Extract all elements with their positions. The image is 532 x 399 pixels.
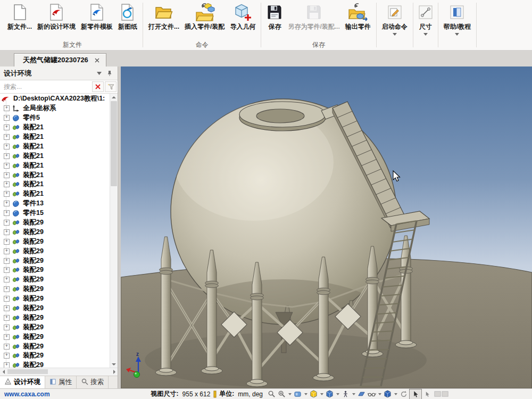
expand-icon[interactable]: + (4, 172, 10, 178)
expand-icon[interactable]: + (4, 124, 10, 130)
insert-part-assembly-button[interactable]: 插入零件/装配 (182, 2, 227, 31)
search-input[interactable] (0, 83, 92, 90)
inactive-tools-icon[interactable] (433, 390, 450, 398)
expand-icon[interactable]: + (4, 325, 10, 330)
tree-item[interactable]: +零件15 (0, 209, 110, 218)
tree-item[interactable]: +装配21 (0, 123, 110, 132)
panel-tab-属性[interactable]: 属性 (45, 376, 77, 388)
expand-icon[interactable]: + (4, 362, 10, 368)
tree-item[interactable]: +装配29 (0, 351, 110, 361)
expand-icon[interactable]: + (4, 220, 10, 226)
expand-icon[interactable]: + (4, 248, 10, 254)
walk-dropdown-icon[interactable] (351, 390, 356, 398)
tree-item[interactable]: +装配29 (0, 294, 110, 304)
select-cursor-icon[interactable] (409, 389, 422, 399)
expand-icon[interactable]: + (4, 163, 10, 169)
new-design-env-button[interactable]: 新的设计环境 (35, 2, 78, 31)
expand-icon[interactable]: + (4, 296, 10, 302)
tree-item[interactable]: +装配29 (0, 237, 110, 246)
expand-icon[interactable]: + (4, 105, 10, 111)
tree-root-item[interactable]: D:\Desktop\CAXA2023教程\1: (0, 94, 110, 104)
zoom-window-icon[interactable] (277, 390, 286, 398)
tree-item[interactable]: +装配21 (0, 161, 110, 170)
expand-icon[interactable]: + (4, 210, 10, 216)
tree-item[interactable]: +装配29 (0, 285, 110, 294)
tree-item[interactable]: +装配21 (0, 170, 110, 180)
section-plane-icon[interactable] (357, 390, 366, 398)
expand-icon[interactable]: + (4, 115, 10, 121)
tree-item[interactable]: +装配29 (0, 304, 110, 313)
expand-icon[interactable]: + (4, 334, 10, 340)
view-dropdown-icon[interactable] (335, 390, 340, 398)
scroll-right-icon[interactable] (111, 368, 118, 375)
scrollbar-thumb[interactable] (111, 101, 117, 186)
tree-item[interactable]: +装配29 (0, 256, 110, 265)
expand-icon[interactable]: + (4, 305, 10, 311)
expand-icon[interactable]: + (4, 267, 10, 273)
tree-item[interactable]: +装配29 (0, 332, 110, 342)
panel-tab-搜索[interactable]: 搜索 (77, 376, 109, 388)
help-tutorial-button[interactable]: 帮助/教程 (441, 2, 473, 36)
display-dropdown-icon[interactable] (393, 390, 398, 398)
tree-item[interactable]: +装配21 (0, 189, 110, 199)
expand-icon[interactable]: + (4, 258, 10, 264)
tree-vertical-scrollbar[interactable] (110, 94, 118, 368)
expand-icon[interactable]: + (4, 286, 10, 292)
expand-icon[interactable]: + (4, 153, 10, 159)
new-part-template-button[interactable]: 新零件模板 (78, 2, 115, 31)
tree-item[interactable]: +装配21 (0, 132, 110, 142)
zoom-dropdown-icon[interactable] (287, 390, 292, 398)
tree-item[interactable]: +零件5 (0, 113, 110, 123)
pan-dropdown-icon[interactable] (303, 390, 308, 398)
expand-icon[interactable]: + (4, 181, 10, 187)
caxa-link[interactable]: www.caxa.com (4, 390, 50, 398)
scroll-down-icon[interactable] (110, 361, 118, 368)
tree-item[interactable]: +装配29 (0, 361, 110, 368)
stereo-view-icon[interactable] (367, 390, 376, 398)
expand-icon[interactable]: + (4, 134, 10, 140)
expand-icon[interactable]: + (4, 144, 10, 149)
viewport-3d[interactable]: z (121, 66, 532, 388)
expand-icon[interactable]: + (4, 353, 10, 359)
render-mode-icon[interactable] (309, 390, 318, 398)
view-orientation-icon[interactable] (325, 390, 334, 398)
tree-item[interactable]: +零件13 (0, 199, 110, 209)
stereo-dropdown-icon[interactable] (377, 390, 382, 398)
expand-icon[interactable]: + (4, 239, 10, 245)
render-dropdown-icon[interactable] (319, 390, 324, 398)
document-tab[interactable]: 天然气储罐20230726 (14, 53, 106, 66)
tree-item[interactable]: +装配29 (0, 342, 110, 351)
expand-icon[interactable]: + (4, 315, 10, 321)
expand-icon[interactable]: + (4, 191, 10, 197)
tree-item[interactable]: +装配29 (0, 322, 110, 332)
tree-item[interactable]: +全局坐标系 (0, 104, 110, 113)
orbit-icon[interactable] (399, 390, 408, 398)
search-filter-icon[interactable] (105, 81, 117, 92)
expand-icon[interactable]: + (4, 229, 10, 235)
search-clear-icon[interactable] (92, 81, 104, 92)
panel-collapse-icon[interactable] (95, 69, 103, 78)
cursor-alt-icon[interactable] (423, 390, 432, 398)
export-part-button[interactable]: 输出零件 (343, 2, 373, 31)
tab-close-icon[interactable] (94, 56, 101, 64)
tree-item[interactable]: +装配29 (0, 218, 110, 228)
tree-item[interactable]: +装配21 (0, 142, 110, 151)
expand-icon[interactable]: + (4, 277, 10, 282)
new-drawing-button[interactable]: 新图纸 (115, 2, 140, 31)
walkthrough-icon[interactable] (341, 390, 350, 398)
import-geometry-button[interactable]: 导入几何 (227, 2, 258, 31)
open-file-button[interactable]: 打开文件... (146, 2, 182, 31)
new-file-button[interactable]: 新文件... (5, 2, 35, 31)
pan-view-icon[interactable] (293, 390, 302, 398)
scroll-left-icon[interactable] (0, 368, 7, 375)
scroll-up-icon[interactable] (110, 94, 118, 101)
tree-horizontal-scrollbar[interactable] (0, 368, 118, 376)
expand-icon[interactable]: + (4, 344, 10, 350)
tree-item[interactable]: +装配29 (0, 275, 110, 285)
save-button[interactable]: 保存 (264, 2, 285, 31)
launch-command-button[interactable]: 启动命令 (379, 2, 410, 36)
panel-tab-设计环境[interactable]: 设计环境 (0, 376, 45, 388)
tree-item[interactable]: +装配29 (0, 265, 110, 275)
pin-icon[interactable] (105, 69, 114, 78)
tree-item[interactable]: +装配21 (0, 180, 110, 189)
